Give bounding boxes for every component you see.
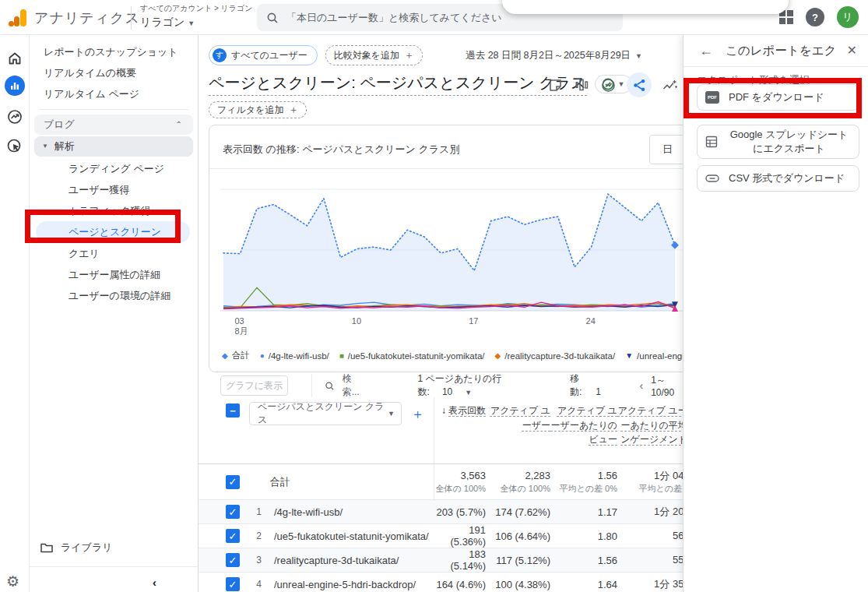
sidebar-item-tech-details[interactable]: ユーザーの環境の詳細 [30,285,198,306]
sidebar-collection-blog[interactable]: ブログ ⌃ [34,115,193,135]
table-row[interactable]: ✓ 1/4g-lte-wifi-usb/ 203 (5.7%) 174 (7.6… [199,500,683,524]
export-panel: ← このレポートをエクス... ✕ エクスポート形式を選択 PDF PDF をダ… [683,35,868,592]
granularity-select[interactable]: 日 [649,135,683,164]
row-checkbox[interactable]: ✓ [226,577,240,591]
data-table: − ページパスとスクリーン クラス▼ ＋ ↓表示回数 アクティブ ユーザー アク… [199,397,683,592]
legend-marker-icon: ◆ [222,351,228,360]
trend-chart-card: 表示回数 の推移: ページパスとスクリーン クラス別 日 038月101724 … [209,125,683,372]
svg-text:24: 24 [586,316,596,326]
legend-item[interactable]: ■/ue5-fukatokutei-statunit-yomikata/ [339,351,485,361]
table-row[interactable]: ✓ 4/unreal-engine-5-hdri-backdrop/ 164 (… [199,573,683,592]
insights-icon[interactable] [600,77,616,93]
column-header-engagement-time[interactable]: アクティブ ユーザーあたりの平均エンゲージメント時間 [617,397,683,463]
pagination-range: 1～10/90 [651,374,683,398]
prev-page-icon[interactable]: ‹ [639,379,643,392]
download-csv-button[interactable]: CSV 形式でダウンロード [697,165,859,192]
sidebar-item-traffic-acquisition[interactable]: トラフィック獲得 [30,200,198,221]
table-row[interactable]: ✓ 2/ue5-fukatokutei-statunit-yomikata/ 1… [199,524,683,548]
plus-icon: ＋ [404,48,414,62]
date-range-picker[interactable]: 過去 28 日間 8月2日～2025年8月29日▼ [466,49,642,62]
column-header-views-per-user[interactable]: アクティブ ユーザーあたりのビュー [550,397,617,463]
totals-label: 合計 [270,475,290,489]
table-totals-row: ✓ 合計 3,563全体の 100% 2,283全体の 100% 1.56平均と… [199,464,683,500]
close-icon[interactable]: ✕ [847,43,857,58]
avatar[interactable]: リ [837,6,859,28]
add-comparison-chip[interactable]: 比較対象を追加＋ [325,45,423,65]
trend-line-chart[interactable]: 038月101724 [220,180,683,345]
reports-icon[interactable] [5,76,25,96]
column-header-active-users[interactable]: アクティブ ユーザー [486,397,550,463]
home-icon[interactable] [5,48,25,69]
sidebar-divider [39,109,188,110]
row-checkbox[interactable]: ✓ [226,553,240,567]
help-icon[interactable]: ? [806,8,824,26]
legend-item[interactable]: ▼/unreal-engine-5-hdri-backdrop/ [625,351,683,361]
add-dimension-icon[interactable]: ＋ [411,405,424,423]
legend-label: /ue5-fukatokutei-statunit-yomikata/ [348,351,485,361]
sidebar-item-user-attributes[interactable]: ユーザー属性の詳細 [30,264,198,285]
row-checkbox[interactable]: ✓ [226,505,240,519]
export-to-sheets-button[interactable]: Google スプレッドシートにエクスポート [697,125,859,159]
legend-marker-icon: ■ [339,351,344,360]
page-path: /ue5-fukatokutei-statunit-yomikata/ [274,530,429,542]
sort-desc-icon: ↓ [441,403,446,418]
chevron-down-icon: ▼ [465,389,472,396]
legend-item[interactable]: ◆合計 [222,350,250,361]
sidebar: レポートのスナップショット リアルタイムの概要 リアルタイム ページ ブログ ⌃… [30,35,199,592]
note-icon[interactable] [547,77,563,93]
table-search-input[interactable]: 検索... [325,372,365,399]
legend-item[interactable]: ◆/realitycapture-3d-tukaikata/ [495,351,616,361]
table-row[interactable]: ✓ 3/realitycapture-3d-tukaikata/ 183 (5.… [199,548,683,573]
property-name[interactable]: リラゴン ▼ [140,16,252,30]
spreadsheet-icon [705,136,718,148]
controls-divider [311,374,312,397]
compare-bars-icon[interactable] [574,77,589,93]
legend-label: /realitycapture-3d-tukaikata/ [504,351,615,361]
legend-item[interactable]: ●/4g-lte-wifi-usb/ [260,351,329,361]
sidebar-item-realtime-overview[interactable]: リアルタイムの概要 [30,62,198,83]
download-pdf-button[interactable]: PDF PDF をダウンロード [697,84,859,111]
sidebar-item-landing-pages[interactable]: ランディング ページ [30,158,198,179]
pdf-icon: PDF [705,91,719,104]
collapse-sidebar-icon[interactable]: ‹ [153,576,156,589]
gear-icon[interactable]: ⚙ [6,573,19,590]
browser-popup-overlay [502,0,789,14]
sidebar-item-user-acquisition[interactable]: ユーザー獲得 [30,179,198,200]
explore-icon[interactable] [5,107,25,127]
sidebar-item-library[interactable]: ライブラリ [30,537,199,559]
row-checkbox[interactable]: ✓ [226,529,240,543]
advertising-icon[interactable] [5,136,25,157]
segment-chip-all-users[interactable]: す すべてのユーザー [209,45,318,65]
page-path: /realitycapture-3d-tukaikata/ [274,555,399,566]
show-in-chart-button[interactable]: グラフに表示 [220,375,288,396]
export-panel-title: このレポートをエクス... [726,43,835,59]
select-all-checkbox[interactable]: − [226,403,240,418]
back-arrow-icon[interactable]: ← [699,43,713,59]
chart-legend: ◆合計●/4g-lte-wifi-usb/■/ue5-fukatokutei-s… [222,350,683,361]
ga-logo-icon[interactable] [8,8,28,28]
table-header-row: − ページパスとスクリーン クラス▼ ＋ ↓表示回数 アクティブ ユーザー アク… [199,397,683,464]
card-divider [209,168,683,169]
sidebar-item-realtime-pages[interactable]: リアルタイム ページ [30,83,198,104]
sidebar-item-queries[interactable]: クエリ [30,243,198,264]
nav-rail: ⚙ [0,35,30,592]
row-checkbox[interactable]: ✓ [226,475,240,489]
add-filter-chip[interactable]: フィルタを追加＋ [209,101,307,118]
chevron-up-icon: ⌃ [176,115,182,135]
sidebar-item-pages-and-screens[interactable]: ページとスクリーン [36,221,190,243]
csv-link-icon [705,174,719,182]
account-switcher[interactable]: すべてのアカウント > リラゴン リラゴン ▼ [140,3,252,30]
sidebar-item-report-snapshot[interactable]: レポートのスナップショット [30,41,198,62]
share-icon[interactable] [627,72,652,97]
chevron-down-icon: ▼ [635,52,642,60]
chart-title: 表示回数 の推移: ページパスとスクリーン クラス別 [223,143,459,157]
totals-users: 2,283全体の 100% [486,464,550,499]
sidebar-topic-analysis[interactable]: ▼ 解析 [34,136,193,157]
sparkline-icon[interactable] [662,77,678,93]
dimension-select[interactable]: ページパスとスクリーン クラス▼ [249,402,402,425]
column-header-views[interactable]: ↓表示回数 [434,397,486,463]
goto-page[interactable]: 移動:1 [570,372,606,399]
svg-text:17: 17 [469,316,478,326]
rows-per-page[interactable]: 1 ページあたりの行数:10▼ [418,372,539,399]
svg-text:8月: 8月 [234,326,248,336]
